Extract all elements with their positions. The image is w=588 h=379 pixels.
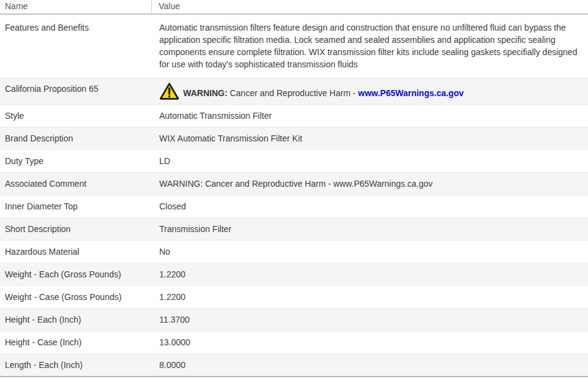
row-value: Closed <box>152 195 588 217</box>
row-value: WIX Automatic Transmission Filter Kit <box>152 127 588 149</box>
row-name: Weight - Case (Gross Pounds) <box>0 286 152 308</box>
row-name: Duty Type <box>0 150 152 172</box>
table-row-height-each: Height - Each (Inch) 11.3700 <box>0 309 588 331</box>
row-value: 8.0000 <box>152 354 588 376</box>
row-value: Automatic Transmission Filter <box>152 105 588 127</box>
table-header: Name Value <box>0 0 588 15</box>
table-row-length-each: Length - Each (Inch) 8.0000 <box>0 354 588 377</box>
row-value: No <box>152 241 588 263</box>
row-name: Short Description <box>0 218 152 240</box>
warning-triangle-icon <box>159 82 179 100</box>
row-value: 1.2200 <box>152 263 588 285</box>
column-header-name: Name <box>0 0 152 13</box>
row-value: WARNING: Cancer and Reproductive Harm - … <box>152 78 588 104</box>
table-row-style: Style Automatic Transmission Filter <box>0 105 588 127</box>
row-name: Features and Benefits <box>0 15 152 78</box>
row-name: Style <box>0 105 152 127</box>
row-value: 13.0000 <box>152 331 588 353</box>
row-name: Weight - Each (Gross Pounds) <box>0 263 152 285</box>
row-name: Hazardous Material <box>0 241 152 263</box>
row-value: Automatic transmission filters feature d… <box>152 15 588 78</box>
row-name: Inner Diameter Top <box>0 195 152 217</box>
row-name: California Proposition 65 <box>0 78 152 104</box>
table-row-california-proposition-65: California Proposition 65 WARNING: Cance… <box>0 78 588 105</box>
row-name: Brand Description <box>0 127 152 149</box>
table-row-weight-case: Weight - Case (Gross Pounds) 1.2200 <box>0 286 588 309</box>
row-name: Associated Comment <box>0 173 152 195</box>
row-value: Transmission Filter <box>152 218 588 240</box>
row-value: 11.3700 <box>152 309 588 331</box>
table-row-weight-each: Weight - Each (Gross Pounds) 1.2200 <box>0 263 588 286</box>
column-header-value: Value <box>152 0 588 13</box>
table-row-associated-comment: Associated Comment WARNING: Cancer and R… <box>0 173 588 195</box>
row-value: LD <box>152 150 588 172</box>
table-row-features-and-benefits: Features and Benefits Automatic transmis… <box>0 15 588 78</box>
warning-text: Cancer and Reproductive Harm - <box>230 88 355 98</box>
table-row-short-description: Short Description Transmission Filter <box>0 218 588 241</box>
table-row-height-case: Height - Case (Inch) 13.0000 <box>0 331 588 354</box>
row-value: WARNING: Cancer and Reproductive Harm - … <box>152 173 588 195</box>
row-name: Length - Each (Inch) <box>0 354 152 376</box>
warning-line: WARNING: Cancer and Reproductive Harm - … <box>183 88 464 100</box>
warning-label: WARNING: <box>183 88 227 98</box>
row-value: 1.2200 <box>152 286 588 308</box>
table-row-hazardous-material: Hazardous Material No <box>0 241 588 263</box>
p65-warnings-link[interactable]: www.P65Warnings.ca.gov <box>358 88 464 98</box>
table-body: Features and Benefits Automatic transmis… <box>0 15 588 377</box>
table-row-duty-type: Duty Type LD <box>0 150 588 173</box>
table-row-inner-diameter-top: Inner Diameter Top Closed <box>0 195 588 218</box>
spec-table: Name Value Features and Benefits Automat… <box>0 0 588 377</box>
row-name: Height - Each (Inch) <box>0 309 152 331</box>
table-row-brand-description: Brand Description WIX Automatic Transmis… <box>0 127 588 150</box>
row-name: Height - Case (Inch) <box>0 331 152 353</box>
